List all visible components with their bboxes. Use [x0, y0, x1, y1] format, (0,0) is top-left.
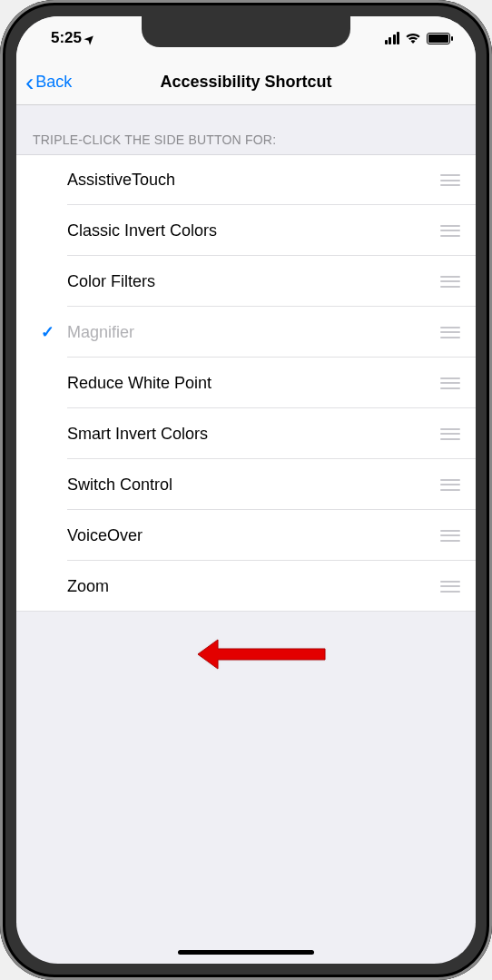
row-zoom[interactable]: Zoom — [16, 561, 476, 612]
row-label: AssistiveTouch — [62, 171, 438, 190]
section-header: TRIPLE-CLICK THE SIDE BUTTON FOR: — [16, 105, 476, 154]
row-switch-control[interactable]: Switch Control — [16, 459, 476, 510]
row-label: Color Filters — [62, 272, 438, 291]
reorder-handle[interactable] — [438, 581, 463, 593]
row-reduce-white-point[interactable]: Reduce White Point — [16, 358, 476, 408]
reorder-handle[interactable] — [438, 225, 463, 237]
reorder-handle[interactable] — [438, 327, 463, 338]
reorder-handle[interactable] — [438, 428, 463, 440]
row-label: VoiceOver — [62, 526, 438, 545]
home-indicator[interactable] — [178, 950, 314, 955]
chevron-left-icon: ‹ — [25, 70, 34, 95]
time-label: 5:25 — [51, 29, 82, 47]
row-assistivetouch[interactable]: AssistiveTouch — [16, 154, 476, 205]
row-classic-invert[interactable]: Classic Invert Colors — [16, 205, 476, 256]
row-label: Zoom — [62, 577, 438, 596]
reorder-handle[interactable] — [438, 530, 463, 542]
reorder-handle[interactable] — [438, 174, 463, 186]
row-label: Switch Control — [62, 475, 438, 495]
row-smart-invert[interactable]: Smart Invert Colors — [16, 408, 476, 459]
location-icon: ➤ — [81, 30, 97, 46]
battery-icon — [427, 33, 450, 44]
wifi-icon — [405, 32, 421, 44]
row-magnifier[interactable]: ✓ Magnifier — [16, 307, 476, 358]
back-label: Back — [35, 73, 72, 92]
options-list: AssistiveTouch Classic Invert Colors Col… — [16, 154, 476, 612]
checkmark-icon: ✓ — [33, 322, 62, 342]
reorder-handle[interactable] — [438, 479, 463, 491]
row-label: Magnifier — [62, 323, 438, 342]
status-time: 5:25 ➤ — [51, 29, 94, 47]
row-label: Classic Invert Colors — [62, 221, 438, 240]
device-frame: 5:25 ➤ ‹ Back Accessibility Shortcut TRI… — [0, 0, 492, 980]
row-label: Reduce White Point — [62, 374, 438, 393]
annotation-arrow — [198, 636, 334, 676]
row-label: Smart Invert Colors — [62, 425, 438, 444]
signal-icon — [385, 32, 400, 44]
reorder-handle[interactable] — [438, 276, 463, 288]
status-icons — [385, 32, 451, 44]
reorder-handle[interactable] — [438, 377, 463, 389]
row-voiceover[interactable]: VoiceOver — [16, 510, 476, 561]
nav-header: ‹ Back Accessibility Shortcut — [16, 60, 476, 105]
row-color-filters[interactable]: Color Filters — [16, 256, 476, 307]
screen: 5:25 ➤ ‹ Back Accessibility Shortcut TRI… — [16, 16, 476, 964]
page-title: Accessibility Shortcut — [16, 73, 476, 92]
back-button[interactable]: ‹ Back — [16, 70, 72, 95]
notch — [142, 16, 350, 47]
